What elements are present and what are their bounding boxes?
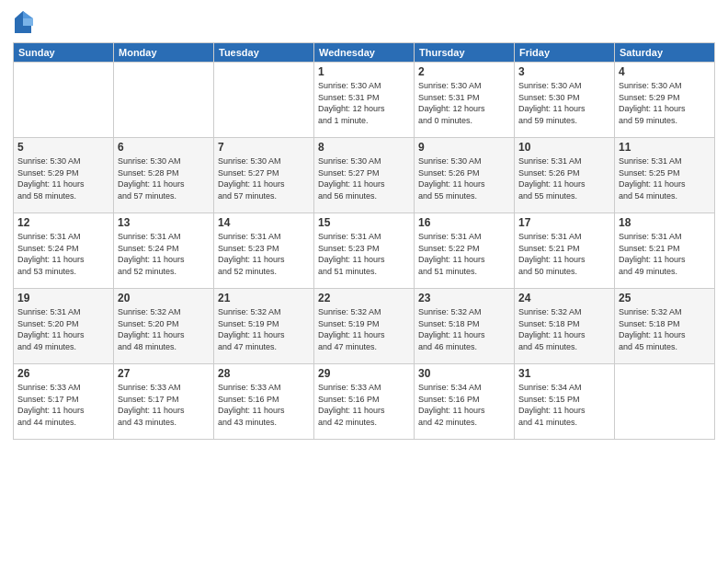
- calendar-cell: 3Sunrise: 5:30 AM Sunset: 5:30 PM Daylig…: [515, 63, 615, 138]
- calendar-cell: 29Sunrise: 5:33 AM Sunset: 5:16 PM Dayli…: [314, 364, 415, 440]
- day-number: 31: [518, 367, 610, 380]
- calendar-cell: 26Sunrise: 5:33 AM Sunset: 5:17 PM Dayli…: [14, 364, 114, 440]
- day-number: 25: [619, 292, 711, 304]
- day-content: Sunrise: 5:30 AM Sunset: 5:29 PM Dayligh…: [619, 80, 711, 126]
- day-content: Sunrise: 5:34 AM Sunset: 5:15 PM Dayligh…: [518, 382, 610, 428]
- day-number: 6: [118, 141, 210, 154]
- calendar-cell: 21Sunrise: 5:32 AM Sunset: 5:19 PM Dayli…: [214, 289, 314, 364]
- day-number: 26: [17, 367, 109, 380]
- day-content: Sunrise: 5:31 AM Sunset: 5:23 PM Dayligh…: [218, 231, 310, 277]
- day-content: Sunrise: 5:31 AM Sunset: 5:20 PM Dayligh…: [17, 306, 109, 352]
- day-content: Sunrise: 5:32 AM Sunset: 5:18 PM Dayligh…: [418, 306, 510, 352]
- day-content: Sunrise: 5:33 AM Sunset: 5:16 PM Dayligh…: [218, 382, 310, 428]
- day-number: 12: [17, 216, 109, 229]
- calendar-cell: 16Sunrise: 5:31 AM Sunset: 5:22 PM Dayli…: [415, 213, 515, 289]
- day-number: 8: [318, 141, 410, 154]
- day-content: Sunrise: 5:31 AM Sunset: 5:21 PM Dayligh…: [619, 231, 711, 277]
- day-content: Sunrise: 5:30 AM Sunset: 5:26 PM Dayligh…: [418, 155, 510, 201]
- calendar-header-thursday: Thursday: [415, 43, 515, 63]
- day-number: 24: [518, 292, 610, 304]
- calendar-cell: 9Sunrise: 5:30 AM Sunset: 5:26 PM Daylig…: [415, 138, 515, 213]
- calendar-table: SundayMondayTuesdayWednesdayThursdayFrid…: [13, 42, 715, 440]
- day-number: 1: [318, 65, 410, 78]
- day-content: Sunrise: 5:31 AM Sunset: 5:22 PM Dayligh…: [418, 231, 510, 277]
- calendar-cell: [615, 364, 715, 440]
- logo-icon: [13, 9, 33, 35]
- calendar-week-1: 1Sunrise: 5:30 AM Sunset: 5:31 PM Daylig…: [14, 63, 715, 138]
- day-number: 5: [17, 141, 109, 154]
- day-number: 23: [418, 292, 510, 304]
- day-number: 11: [619, 141, 711, 154]
- day-content: Sunrise: 5:31 AM Sunset: 5:25 PM Dayligh…: [619, 155, 711, 201]
- calendar-header-monday: Monday: [114, 43, 214, 63]
- calendar-cell: 4Sunrise: 5:30 AM Sunset: 5:29 PM Daylig…: [615, 63, 715, 138]
- day-content: Sunrise: 5:32 AM Sunset: 5:19 PM Dayligh…: [218, 306, 310, 352]
- calendar-cell: 15Sunrise: 5:31 AM Sunset: 5:23 PM Dayli…: [314, 213, 415, 289]
- calendar-cell: 22Sunrise: 5:32 AM Sunset: 5:19 PM Dayli…: [314, 289, 415, 364]
- day-number: 21: [218, 292, 310, 304]
- calendar-header-sunday: Sunday: [14, 43, 114, 63]
- day-content: Sunrise: 5:33 AM Sunset: 5:17 PM Dayligh…: [118, 382, 210, 428]
- calendar-cell: 5Sunrise: 5:30 AM Sunset: 5:29 PM Daylig…: [14, 138, 114, 213]
- day-content: Sunrise: 5:33 AM Sunset: 5:16 PM Dayligh…: [318, 382, 410, 428]
- day-content: Sunrise: 5:30 AM Sunset: 5:28 PM Dayligh…: [118, 155, 210, 201]
- day-content: Sunrise: 5:31 AM Sunset: 5:24 PM Dayligh…: [118, 231, 210, 277]
- day-number: 2: [418, 65, 510, 78]
- day-number: 13: [118, 216, 210, 229]
- calendar-header-wednesday: Wednesday: [314, 43, 415, 63]
- day-number: 20: [118, 292, 210, 304]
- calendar-cell: 13Sunrise: 5:31 AM Sunset: 5:24 PM Dayli…: [114, 213, 214, 289]
- calendar-cell: 8Sunrise: 5:30 AM Sunset: 5:27 PM Daylig…: [314, 138, 415, 213]
- logo: [13, 9, 36, 35]
- calendar-cell: 30Sunrise: 5:34 AM Sunset: 5:16 PM Dayli…: [415, 364, 515, 440]
- calendar-cell: [214, 63, 314, 138]
- calendar-cell: 31Sunrise: 5:34 AM Sunset: 5:15 PM Dayli…: [515, 364, 615, 440]
- calendar-cell: 24Sunrise: 5:32 AM Sunset: 5:18 PM Dayli…: [515, 289, 615, 364]
- calendar-cell: 11Sunrise: 5:31 AM Sunset: 5:25 PM Dayli…: [615, 138, 715, 213]
- day-number: 18: [619, 216, 711, 229]
- header: [13, 9, 715, 35]
- calendar-week-5: 26Sunrise: 5:33 AM Sunset: 5:17 PM Dayli…: [14, 364, 715, 440]
- calendar-week-2: 5Sunrise: 5:30 AM Sunset: 5:29 PM Daylig…: [14, 138, 715, 213]
- calendar-cell: [114, 63, 214, 138]
- day-number: 7: [218, 141, 310, 154]
- calendar-week-4: 19Sunrise: 5:31 AM Sunset: 5:20 PM Dayli…: [14, 289, 715, 364]
- calendar-week-3: 12Sunrise: 5:31 AM Sunset: 5:24 PM Dayli…: [14, 213, 715, 289]
- day-content: Sunrise: 5:32 AM Sunset: 5:19 PM Dayligh…: [318, 306, 410, 352]
- day-content: Sunrise: 5:30 AM Sunset: 5:29 PM Dayligh…: [17, 155, 109, 201]
- calendar-cell: 20Sunrise: 5:32 AM Sunset: 5:20 PM Dayli…: [114, 289, 214, 364]
- calendar-cell: 28Sunrise: 5:33 AM Sunset: 5:16 PM Dayli…: [214, 364, 314, 440]
- day-content: Sunrise: 5:30 AM Sunset: 5:31 PM Dayligh…: [318, 80, 410, 126]
- calendar-cell: [14, 63, 114, 138]
- day-content: Sunrise: 5:30 AM Sunset: 5:27 PM Dayligh…: [218, 155, 310, 201]
- day-number: 16: [418, 216, 510, 229]
- calendar-cell: 17Sunrise: 5:31 AM Sunset: 5:21 PM Dayli…: [515, 213, 615, 289]
- day-number: 14: [218, 216, 310, 229]
- day-content: Sunrise: 5:30 AM Sunset: 5:31 PM Dayligh…: [418, 80, 510, 126]
- day-number: 27: [118, 367, 210, 380]
- calendar-header-row: SundayMondayTuesdayWednesdayThursdayFrid…: [14, 43, 715, 63]
- day-content: Sunrise: 5:30 AM Sunset: 5:27 PM Dayligh…: [318, 155, 410, 201]
- day-number: 3: [518, 65, 610, 78]
- page: SundayMondayTuesdayWednesdayThursdayFrid…: [0, 0, 728, 563]
- day-content: Sunrise: 5:31 AM Sunset: 5:23 PM Dayligh…: [318, 231, 410, 277]
- calendar-cell: 10Sunrise: 5:31 AM Sunset: 5:26 PM Dayli…: [515, 138, 615, 213]
- day-content: Sunrise: 5:34 AM Sunset: 5:16 PM Dayligh…: [418, 382, 510, 428]
- day-number: 10: [518, 141, 610, 154]
- svg-marker-1: [23, 11, 33, 18]
- calendar-cell: 25Sunrise: 5:32 AM Sunset: 5:18 PM Dayli…: [615, 289, 715, 364]
- day-number: 9: [418, 141, 510, 154]
- day-content: Sunrise: 5:31 AM Sunset: 5:21 PM Dayligh…: [518, 231, 610, 277]
- svg-marker-2: [23, 18, 33, 26]
- day-content: Sunrise: 5:32 AM Sunset: 5:18 PM Dayligh…: [619, 306, 711, 352]
- calendar-cell: 12Sunrise: 5:31 AM Sunset: 5:24 PM Dayli…: [14, 213, 114, 289]
- day-content: Sunrise: 5:31 AM Sunset: 5:26 PM Dayligh…: [518, 155, 610, 201]
- day-content: Sunrise: 5:32 AM Sunset: 5:20 PM Dayligh…: [118, 306, 210, 352]
- calendar-cell: 2Sunrise: 5:30 AM Sunset: 5:31 PM Daylig…: [415, 63, 515, 138]
- calendar-cell: 14Sunrise: 5:31 AM Sunset: 5:23 PM Dayli…: [214, 213, 314, 289]
- calendar-cell: 1Sunrise: 5:30 AM Sunset: 5:31 PM Daylig…: [314, 63, 415, 138]
- day-content: Sunrise: 5:31 AM Sunset: 5:24 PM Dayligh…: [17, 231, 109, 277]
- day-number: 15: [318, 216, 410, 229]
- day-number: 19: [17, 292, 109, 304]
- calendar-cell: 19Sunrise: 5:31 AM Sunset: 5:20 PM Dayli…: [14, 289, 114, 364]
